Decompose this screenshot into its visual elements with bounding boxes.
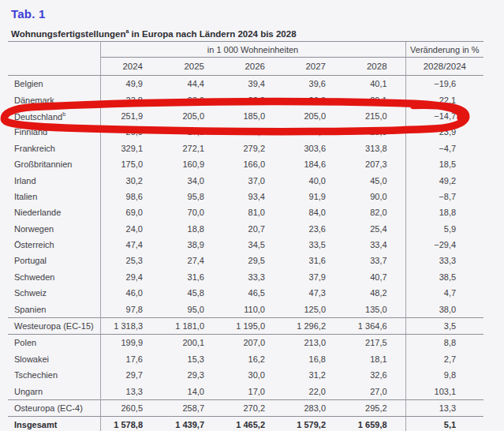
value-cell: 184,6 (283, 156, 344, 172)
country-cell: Tschechien (8, 367, 100, 383)
country-cell: Irland (8, 172, 100, 188)
value-cell: 47,3 (283, 285, 344, 301)
value-cell: 33,3 (222, 269, 283, 285)
table-row: Finnland20,917,817,322,025,923,9 (8, 124, 483, 140)
value-cell: 69,0 (100, 204, 161, 220)
year-header-2024: 2024 (100, 58, 161, 76)
value-cell: 1 659,8 (344, 417, 405, 431)
table-row: Insgesamt1 578,81 439,71 465,21 579,21 6… (8, 417, 483, 431)
value-cell: 32,6 (344, 367, 405, 383)
change-cell: −29,4 (405, 237, 483, 253)
value-cell: 91,9 (283, 189, 344, 204)
value-cell: 215,0 (344, 108, 405, 124)
value-cell: 34,0 (161, 172, 222, 188)
change-cell: 33,3 (405, 253, 483, 268)
value-cell: 199,9 (100, 335, 161, 351)
value-cell: 135,0 (344, 301, 405, 317)
value-cell: 31,6 (161, 269, 222, 285)
value-cell: 40,7 (344, 269, 405, 285)
value-cell: 13,3 (100, 383, 161, 399)
value-cell: 22,2 (222, 92, 283, 107)
value-cell: 45,0 (344, 172, 405, 188)
country-cell: Österreich (8, 237, 100, 253)
change-cell: 13,3 (405, 399, 483, 416)
value-cell: 23,8 (100, 92, 161, 107)
country-cell: Insgesamt (8, 417, 100, 431)
change-cell: 23,9 (405, 124, 483, 140)
value-cell: 31,2 (283, 367, 344, 383)
value-cell: 29,3 (161, 367, 222, 383)
value-cell: 40,1 (344, 76, 405, 92)
value-cell: 45,8 (161, 285, 222, 301)
value-cell: 40,0 (283, 172, 344, 188)
country-cell: Belgien (8, 76, 100, 92)
report-page: Tab. 1 Wohnungsfertigstellungena in Euro… (0, 0, 504, 431)
value-cell: 175,0 (100, 156, 161, 172)
year-header-2026: 2026 (222, 58, 283, 76)
table-title: Wohnungsfertigstellungena in Europa nach… (11, 28, 297, 39)
country-label: Schweden (14, 272, 54, 282)
table-row: Irland30,234,037,040,045,049,2 (8, 172, 483, 188)
value-cell: 160,9 (161, 156, 222, 172)
country-cell: Portugal (8, 253, 100, 268)
table-body: Belgien49,944,439,439,640,1−19,6Dänemark… (8, 76, 483, 431)
value-cell: 16,8 (283, 351, 344, 367)
table-row: Italien98,695,893,491,990,0−8,7 (8, 189, 483, 204)
value-cell: 283,0 (283, 399, 344, 416)
value-cell: 82,0 (344, 204, 405, 220)
value-cell: 1 439,7 (161, 417, 222, 431)
value-cell: 260,5 (100, 399, 161, 416)
value-cell: 22,0 (283, 124, 344, 140)
value-cell: 97,8 (100, 301, 161, 317)
value-cell: 24,0 (100, 221, 161, 237)
change-cell: 5,1 (405, 417, 483, 431)
table-row: Dänemark23,823,622,226,629,122,1 (8, 92, 483, 107)
value-cell: 48,2 (344, 285, 405, 301)
value-cell: 270,2 (222, 399, 283, 416)
value-cell: 1 318,3 (100, 317, 161, 334)
change-cell: 103,1 (405, 383, 483, 399)
value-cell: 16,2 (222, 351, 283, 367)
value-cell: 295,2 (344, 399, 405, 416)
value-cell: 18,1 (344, 351, 405, 367)
value-cell: 22,0 (283, 383, 344, 399)
value-cell: 1 578,8 (100, 417, 161, 431)
country-cell: Ungarn (8, 383, 100, 399)
value-cell: 18,8 (161, 221, 222, 237)
change-cell: 9,8 (405, 367, 483, 383)
value-cell: 31,6 (283, 253, 344, 268)
value-cell: 213,0 (283, 335, 344, 351)
value-cell: 166,0 (222, 156, 283, 172)
value-cell: 27,0 (344, 383, 405, 399)
country-label: Polen (14, 338, 36, 347)
value-cell: 90,0 (344, 189, 405, 204)
value-cell: 251,9 (100, 108, 161, 124)
value-cell: 1 465,2 (222, 417, 283, 431)
year-header-2028: 2028 (344, 58, 405, 76)
country-label: Portugal (14, 256, 47, 265)
country-label: Spanien (14, 305, 46, 314)
country-cell: Westeuropa (EC-15) (8, 317, 100, 334)
country-label: Großbritannien (14, 159, 72, 169)
value-cell: 205,0 (283, 108, 344, 124)
footnote-marker: b (62, 111, 65, 117)
country-label: Finnland (14, 127, 47, 137)
country-cell: Finnland (8, 124, 100, 140)
value-cell: 23,6 (283, 221, 344, 237)
value-cell: 70,0 (161, 204, 222, 220)
table-row: Norwegen24,018,820,723,625,45,9 (8, 221, 483, 237)
value-cell: 1 579,2 (283, 417, 344, 431)
value-cell: 26,6 (283, 92, 344, 107)
change-cell: 49,2 (405, 172, 483, 188)
change-cell: −8,7 (405, 189, 483, 204)
country-label: Irland (14, 176, 36, 186)
value-cell: 33,4 (344, 237, 405, 253)
country-cell: Spanien (8, 301, 100, 317)
country-label: Ungarn (14, 387, 43, 396)
change-cell: 5,9 (405, 221, 483, 237)
table-row: Schweden29,431,633,337,940,738,5 (8, 269, 483, 285)
value-cell: 93,4 (222, 189, 283, 204)
change-cell: 8,8 (405, 335, 483, 351)
value-cell: 207,3 (344, 156, 405, 172)
country-label: Slowakei (14, 354, 49, 364)
